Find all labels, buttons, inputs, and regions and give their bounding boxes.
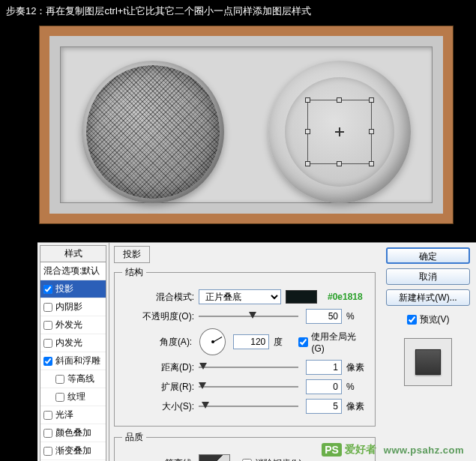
style-item-2[interactable]: 外发光 — [40, 316, 106, 334]
style-label: 外发光 — [55, 319, 82, 331]
speaker-left — [82, 61, 224, 203]
transform-handle[interactable] — [337, 97, 342, 103]
preview-label: 预览(V) — [420, 313, 450, 326]
watermark-url: www.psahz.com — [384, 445, 464, 456]
preview-checkbox[interactable]: 预览(V) — [386, 313, 470, 326]
preview-inner — [415, 349, 441, 375]
distance-input[interactable] — [306, 360, 342, 375]
structure-group: 结构 混合模式: 正片叠底 #0e1818 不透明度(O): % 角度(A): … — [114, 266, 376, 427]
opacity-label: 不透明度(O): — [122, 310, 194, 323]
style-item-0[interactable]: 投影 — [40, 280, 106, 298]
style-checkbox[interactable] — [43, 321, 52, 330]
cancel-button[interactable]: 取消 — [386, 268, 470, 285]
transform-center-icon[interactable] — [335, 127, 344, 136]
angle-input[interactable] — [233, 334, 269, 349]
style-item-4[interactable]: 斜面和浮雕 — [40, 352, 106, 370]
style-item-3[interactable]: 内发光 — [40, 334, 106, 352]
new-style-button[interactable]: 新建样式(W)... — [386, 289, 470, 306]
transform-handle[interactable] — [305, 129, 310, 134]
style-checkbox[interactable] — [55, 393, 64, 402]
angle-dial[interactable] — [199, 328, 226, 355]
transform-handle[interactable] — [305, 97, 310, 103]
spread-label: 扩展(R): — [122, 381, 194, 394]
unit-deg: 度 — [274, 336, 294, 349]
watermark-badge: PS — [322, 443, 342, 457]
panel-title: 投影 — [114, 246, 150, 263]
style-item-8[interactable]: 颜色叠加 — [40, 424, 106, 442]
style-checkbox[interactable] — [43, 303, 52, 312]
wooden-frame — [39, 25, 454, 224]
blend-mode-select[interactable]: 正片叠底 — [199, 289, 281, 304]
canvas-area — [39, 25, 454, 224]
transform-handle[interactable] — [305, 161, 310, 166]
style-checkbox[interactable] — [43, 447, 52, 456]
style-item-6[interactable]: 纹理 — [40, 388, 106, 406]
style-item-5[interactable]: 等高线 — [40, 370, 106, 388]
antialias-label: 消除锯齿(L) — [255, 457, 302, 462]
styles-column: 样式 混合选项:默认 投影内阴影外发光内发光斜面和浮雕等高线纹理光泽颜色叠加渐变… — [37, 243, 109, 461]
watermark-suffix: 爱好者 — [345, 443, 376, 457]
contour-label: 等高线: — [122, 457, 194, 462]
distance-label: 距离(D): — [122, 361, 194, 374]
speaker-mesh — [86, 65, 220, 199]
transform-handle[interactable] — [337, 161, 342, 166]
buttons-column: 确定 取消 新建样式(W)... 预览(V) — [380, 243, 476, 461]
size-slider[interactable] — [199, 400, 298, 412]
style-label: 内阴影 — [55, 301, 82, 313]
opacity-slider[interactable] — [199, 310, 298, 322]
transform-bounding-box[interactable] — [307, 100, 372, 164]
styles-header: 样式 — [40, 245, 106, 262]
unit-pct: % — [346, 311, 367, 322]
settings-column: 投影 结构 混合模式: 正片叠底 #0e1818 不透明度(O): % 角度(A… — [109, 243, 380, 461]
style-label: 纹理 — [67, 391, 85, 403]
style-checkbox[interactable] — [43, 357, 52, 366]
hex-callout: #0e1818 — [328, 292, 363, 302]
global-light-checkbox[interactable]: 使用全局光(G) — [298, 331, 367, 354]
global-light-label: 使用全局光(G) — [311, 331, 367, 354]
unit-pct2: % — [346, 382, 367, 392]
style-label: 光泽 — [55, 409, 73, 421]
transform-handle[interactable] — [369, 97, 374, 103]
style-label: 内发光 — [55, 337, 82, 349]
watermark: PS 爱好者 www.psahz.com — [322, 443, 464, 457]
style-checkbox[interactable] — [43, 429, 52, 438]
blending-options-row[interactable]: 混合选项:默认 — [40, 262, 106, 280]
transform-handle[interactable] — [369, 129, 374, 134]
ok-button[interactable]: 确定 — [386, 247, 470, 264]
angle-label: 角度(A): — [122, 336, 192, 349]
transform-handle[interactable] — [369, 161, 374, 166]
style-checkbox[interactable] — [43, 339, 52, 348]
preview-thumb — [404, 338, 452, 386]
style-label: 等高线 — [67, 373, 94, 385]
size-input[interactable] — [306, 399, 342, 414]
styles-list: 混合选项:默认 投影内阴影外发光内发光斜面和浮雕等高线纹理光泽颜色叠加渐变叠加图… — [40, 262, 106, 461]
structure-legend: 结构 — [122, 266, 146, 279]
shadow-color-swatch[interactable] — [286, 290, 317, 304]
style-item-7[interactable]: 光泽 — [40, 406, 106, 424]
unit-px2: 像素 — [346, 400, 367, 413]
style-item-9[interactable]: 渐变叠加 — [40, 442, 106, 460]
step-caption: 步奏12：再在复制图层ctrl+t让它比其它二个圈小一点同样添加图层样式 — [0, 0, 476, 22]
style-label: 斜面和浮雕 — [55, 355, 100, 367]
distance-slider[interactable] — [199, 361, 298, 373]
blend-mode-label: 混合模式: — [122, 291, 194, 304]
speaker-panel — [60, 46, 433, 203]
unit-px: 像素 — [346, 361, 367, 374]
quality-legend: 品质 — [122, 431, 146, 444]
style-checkbox[interactable] — [43, 411, 52, 420]
style-label: 投影 — [55, 283, 73, 295]
style-label: 颜色叠加 — [55, 427, 91, 439]
spread-input[interactable] — [306, 379, 342, 394]
style-label: 渐变叠加 — [55, 445, 91, 457]
speaker-right[interactable] — [268, 61, 411, 203]
style-item-1[interactable]: 内阴影 — [40, 298, 106, 316]
contour-picker[interactable] — [199, 454, 230, 461]
size-label: 大小(S): — [122, 400, 194, 413]
opacity-input[interactable] — [306, 309, 342, 324]
layer-style-dialog: 样式 混合选项:默认 投影内阴影外发光内发光斜面和浮雕等高线纹理光泽颜色叠加渐变… — [37, 242, 476, 461]
style-checkbox[interactable] — [43, 285, 52, 294]
style-checkbox[interactable] — [55, 375, 64, 384]
spread-slider[interactable] — [199, 381, 298, 393]
antialias-checkbox[interactable]: 消除锯齿(L) — [242, 457, 302, 462]
